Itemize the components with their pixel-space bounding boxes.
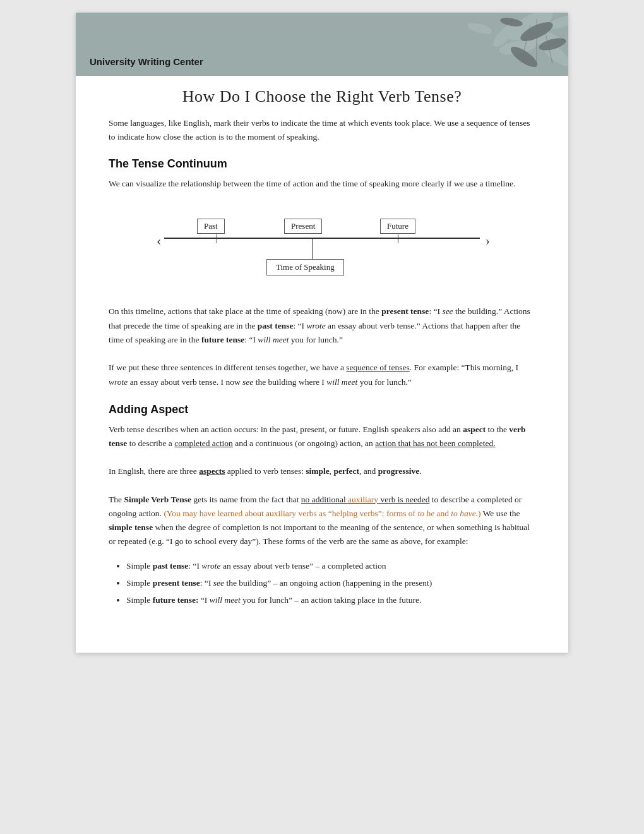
page: University Writing Center How Do I Choos… <box>76 13 568 653</box>
timeline-diagram: ‹ › Past Present Future <box>145 205 499 287</box>
section2-text3: The Simple Verb Tense gets its name from… <box>109 493 535 549</box>
future-tick <box>398 234 398 243</box>
future-label-box: Future <box>380 219 415 234</box>
present-label-box: Present <box>284 219 322 234</box>
section1-text1: We can visualize the relationship betwee… <box>109 177 535 191</box>
page-title: How Do I Choose the Right Verb Tense? <box>109 87 535 106</box>
timeline-line <box>164 238 480 239</box>
section2-text1: Verb tense describes when an action occu… <box>109 423 535 451</box>
list-item: Simple future tense: “I will meet you fo… <box>126 593 535 608</box>
svg-point-5 <box>467 21 493 36</box>
section1-title: The Tense Continuum <box>109 157 535 171</box>
section2-text2: In English, there are three aspects appl… <box>109 464 535 478</box>
time-of-speaking-box: Time of Speaking <box>266 259 344 275</box>
arrow-left-icon: ‹ <box>157 233 161 249</box>
arrow-right-icon: › <box>486 233 490 249</box>
section2-title: Adding Aspect <box>109 403 535 416</box>
section1-text2: On this timeline, actions that take plac… <box>109 305 535 347</box>
past-tick <box>217 234 217 243</box>
header-banner: University Writing Center <box>76 13 568 76</box>
intro-paragraph: Some languages, like English, mark their… <box>109 116 535 143</box>
section1-text3: If we put these three sentences in diffe… <box>109 361 535 389</box>
header-title: University Writing Center <box>90 56 203 67</box>
content-area: How Do I Choose the Right Verb Tense? So… <box>76 87 568 607</box>
bullet-list: Simple past tense: “I wrote an essay abo… <box>126 559 535 608</box>
list-item: Simple past tense: “I wrote an essay abo… <box>126 559 535 574</box>
past-label-box: Past <box>197 219 225 234</box>
leaf-decoration <box>354 13 568 76</box>
list-item: Simple present tense: “I see the buildin… <box>126 576 535 591</box>
